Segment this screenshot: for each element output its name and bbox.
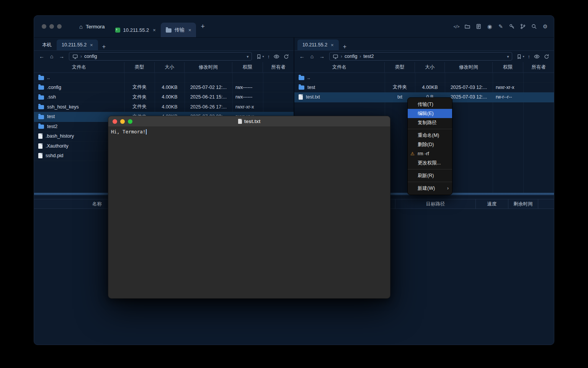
column-header-type[interactable]: 类型 [385, 62, 415, 72]
parent-dir-button[interactable]: ↑ [528, 54, 531, 59]
file-row[interactable]: ssh_host_keys 文件夹 4.00KB 2025-06-26 17:.… [34, 102, 294, 112]
refresh-button[interactable] [283, 54, 289, 59]
chevron-down-icon[interactable]: ▾ [507, 54, 509, 59]
forward-button[interactable]: → [57, 52, 66, 61]
column-header-size[interactable]: 大小 [415, 62, 445, 72]
folder-icon [38, 85, 44, 90]
menu-item-refresh[interactable]: 刷新(R) [408, 171, 452, 180]
branch-icon[interactable] [519, 23, 526, 30]
menu-item-rename[interactable]: 重命名(M) [408, 131, 452, 140]
queue-header-destination[interactable]: 目标路径 [395, 199, 476, 209]
column-header-perm[interactable]: 权限 [232, 62, 263, 72]
zoom-window-button[interactable] [57, 24, 62, 29]
close-icon[interactable]: × [331, 42, 334, 48]
close-icon[interactable]: × [90, 42, 93, 48]
file-owner [523, 92, 554, 102]
menu-item-copy-path[interactable]: 复制路径 [408, 118, 452, 127]
menu-item-transfer[interactable]: 传输(T) [408, 100, 452, 109]
notebook-icon[interactable] [475, 23, 482, 30]
pencil-icon[interactable]: ✎ [497, 23, 504, 30]
new-panel-tab-button[interactable]: + [339, 43, 351, 50]
crumb-segment[interactable]: config [345, 54, 357, 59]
back-button[interactable]: ← [37, 52, 46, 61]
close-icon[interactable]: × [153, 27, 156, 33]
file-size [415, 73, 445, 82]
refresh-button[interactable] [544, 54, 549, 59]
editor-content[interactable]: Hi, Termora! [108, 127, 390, 298]
home-button[interactable]: ⌂ [47, 52, 56, 61]
tab-local[interactable]: 本机 [37, 39, 57, 50]
file-icon [38, 143, 42, 149]
column-header-name[interactable]: 文件名 [34, 62, 124, 72]
column-header-owner[interactable]: 所有者 [523, 62, 554, 72]
breadcrumb[interactable]: › config ▾ [69, 52, 252, 61]
zoom-window-button[interactable] [128, 119, 132, 124]
file-name: ssh_host_keys [47, 104, 79, 110]
show-hidden-button[interactable] [534, 54, 540, 59]
file-owner [263, 102, 294, 112]
column-header-mtime[interactable]: 修改时间 [445, 62, 493, 72]
file-perm: rw-r--r-- [493, 92, 523, 102]
menu-item-delete[interactable]: 删除(D) [408, 140, 452, 149]
column-header-owner[interactable]: 所有者 [263, 62, 294, 72]
breadcrumb[interactable]: › config › test2 ▾ [329, 52, 512, 61]
key-icon[interactable] [508, 23, 515, 30]
queue-header-speed[interactable]: 速度 [476, 199, 508, 209]
window-titlebar: ⌂ Termora 10.211.55.2 × 传输 × + </> ◉ ✎ [34, 16, 554, 37]
tab-session[interactable]: 10.211.55.2 × [110, 23, 161, 37]
show-hidden-button[interactable] [273, 54, 280, 59]
tab-remote[interactable]: 10.211.55.2 × [297, 39, 339, 50]
new-panel-tab-button[interactable]: + [98, 43, 110, 50]
crumb-segment[interactable]: test2 [363, 54, 374, 59]
bookmark-button[interactable]: ▾ [256, 54, 264, 59]
close-window-button[interactable] [42, 24, 46, 29]
file-name: sshd.pid [46, 153, 64, 158]
folder-icon [166, 28, 172, 33]
tab-transfer[interactable]: 传输 × [161, 23, 196, 37]
minimize-window-button[interactable] [120, 119, 125, 124]
file-row[interactable]: .config 文件夹 4.00KB 2025-07-02 12:... rwx… [34, 83, 294, 93]
file-perm [232, 73, 263, 82]
tab-remote[interactable]: 10.211.55.2 × [57, 39, 98, 50]
file-row[interactable]: .. [294, 73, 554, 83]
menu-item-rm-rf[interactable]: ⚠ rm -rf [408, 149, 452, 158]
close-window-button[interactable] [113, 119, 117, 124]
search-icon[interactable] [531, 23, 537, 30]
column-header-size[interactable]: 大小 [155, 62, 185, 72]
forward-button[interactable]: → [317, 52, 327, 61]
tab-local-label: 本机 [42, 42, 52, 48]
crumb-segment[interactable]: config [84, 54, 97, 59]
file-row[interactable]: .. [34, 73, 294, 83]
submenu-arrow-icon: › [447, 184, 449, 193]
file-row[interactable]: test 文件夹 4.00KB 2025-07-03 12:... rwxr-x… [294, 83, 554, 93]
file-perm [493, 73, 523, 82]
tab-termora-home[interactable]: ⌂ Termora [74, 16, 110, 37]
left-path-bar: ← ⌂ → › config ▾ ▾ ↑ [34, 51, 294, 62]
close-icon[interactable]: × [188, 27, 191, 33]
code-icon[interactable]: </> [453, 23, 460, 30]
column-header-name[interactable]: 文件名 [294, 62, 385, 72]
file-type: 文件夹 [124, 83, 155, 92]
computer-icon [72, 54, 78, 59]
folder-icon[interactable] [464, 23, 471, 30]
new-tab-button[interactable]: + [196, 23, 209, 31]
record-icon[interactable]: ◉ [486, 23, 493, 30]
settings-icon[interactable]: ⚙ [542, 23, 549, 30]
bookmark-button[interactable]: ▾ [516, 54, 524, 59]
home-button[interactable]: ⌂ [307, 52, 317, 61]
column-header-mtime[interactable]: 修改时间 [185, 62, 232, 72]
parent-dir-button[interactable]: ↑ [268, 54, 270, 59]
tab-transfer-label: 传输 [175, 26, 185, 33]
chevron-down-icon[interactable]: ▾ [247, 54, 248, 59]
menu-item-edit[interactable]: 编辑(E) [408, 109, 452, 118]
file-mtime: 2025-06-21 15:... [185, 92, 232, 102]
file-row[interactable]: .ssh 文件夹 4.00KB 2025-06-21 15:... rwx---… [34, 92, 294, 102]
column-header-perm[interactable]: 权限 [493, 62, 523, 72]
minimize-window-button[interactable] [49, 24, 54, 29]
menu-item-change-permissions[interactable]: 更改权限... [408, 158, 452, 168]
back-button[interactable]: ← [297, 52, 307, 61]
menu-item-new[interactable]: 新建(W) › [408, 184, 452, 193]
queue-header-eta[interactable]: 剩余时间 [508, 199, 538, 209]
home-icon: ⌂ [79, 23, 83, 30]
column-header-type[interactable]: 类型 [124, 62, 155, 72]
